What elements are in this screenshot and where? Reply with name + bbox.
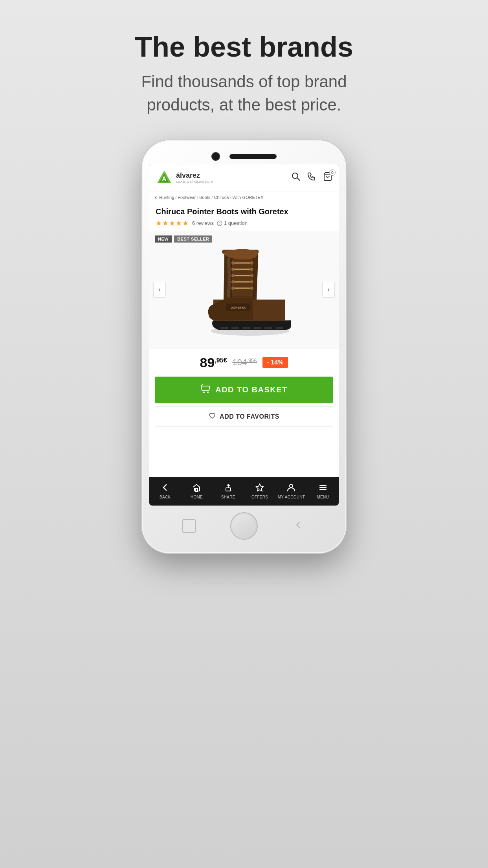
back-nav-icon <box>161 483 169 494</box>
product-image: GORETEX <box>189 239 299 341</box>
share-nav-icon <box>224 483 233 494</box>
svg-rect-11 <box>242 327 250 329</box>
add-basket-label: ADD TO BASKET <box>215 385 288 394</box>
product-title: Chiruca Pointer Boots with Goretex <box>149 203 339 218</box>
breadcrumb-hunting[interactable]: Hunting <box>159 195 174 200</box>
svg-point-24 <box>231 274 235 277</box>
breadcrumb-footwear[interactable]: Footwear <box>178 195 196 200</box>
badge-bestseller: BEST SELLER <box>174 235 212 243</box>
badge-row: NEW BEST SELLER <box>155 235 212 243</box>
add-to-basket-button[interactable]: ADD TO BASKET <box>155 377 333 403</box>
nav-account[interactable]: MY ACCOUNT <box>275 477 307 506</box>
phone-top-bar <box>149 152 339 161</box>
svg-point-22 <box>231 268 235 271</box>
brand-name: álvarez sports and leisure store <box>176 171 213 184</box>
phone-recent-apps-button[interactable] <box>182 519 196 533</box>
svg-rect-12 <box>253 327 261 329</box>
nav-menu-label: MENU <box>317 495 329 499</box>
heart-icon <box>209 412 216 421</box>
carousel-next-button[interactable]: › <box>322 282 335 298</box>
svg-point-33 <box>207 392 209 393</box>
menu-nav-icon <box>319 483 327 494</box>
svg-marker-36 <box>256 484 263 491</box>
nav-share-label: SHARE <box>221 495 235 499</box>
product-section: Chiruca Pointer Boots with Goretex ★★★★★… <box>149 203 339 477</box>
svg-rect-13 <box>264 327 272 329</box>
basket-icon <box>200 384 211 396</box>
question-count: ? 1 question <box>217 220 248 226</box>
svg-point-29 <box>250 287 253 290</box>
svg-point-25 <box>250 274 253 277</box>
review-count[interactable]: 6 reviews <box>192 220 214 226</box>
header-icons: 0 <box>292 172 332 183</box>
breadcrumb-boots[interactable]: Boots <box>199 195 210 200</box>
add-favorites-label: ADD TO FAVORITS <box>220 413 279 420</box>
phone-back-button[interactable] <box>292 519 306 533</box>
add-to-favorites-button[interactable]: ADD TO FAVORITS <box>155 406 333 427</box>
phone-bottom-hardware <box>149 506 339 548</box>
search-icon[interactable] <box>292 172 300 183</box>
svg-point-20 <box>231 261 235 265</box>
svg-rect-10 <box>231 327 239 329</box>
phone-camera <box>211 152 220 161</box>
brand-logo-icon: A <box>156 169 173 186</box>
hero-subtitle: Find thousands of top brandproducts, at … <box>135 70 353 117</box>
product-rating: ★★★★★ 6 reviews ? 1 question <box>149 218 339 231</box>
price-area: 89,95€ 104,95€ - 14% <box>149 349 339 377</box>
cart-count: 0 <box>329 169 336 176</box>
svg-text:A: A <box>162 176 167 182</box>
svg-point-26 <box>231 280 235 283</box>
nav-offers-label: OFFERS <box>251 495 268 499</box>
breadcrumb: ‹ Hunting / Footwear / Boots / Chiruca /… <box>149 191 339 203</box>
svg-point-28 <box>231 287 235 290</box>
bottom-nav: BACK HOME SHARE OFFERS <box>149 477 339 506</box>
svg-text:?: ? <box>218 222 220 226</box>
svg-point-32 <box>203 392 205 393</box>
svg-point-23 <box>250 268 253 271</box>
svg-point-21 <box>250 261 253 265</box>
nav-home-label: HOME <box>191 495 203 499</box>
nav-home[interactable]: HOME <box>181 477 212 506</box>
cart-icon[interactable]: 0 <box>323 172 332 183</box>
svg-rect-14 <box>275 327 283 329</box>
nav-share[interactable]: SHARE <box>213 477 244 506</box>
price-original: 104,95€ <box>233 357 257 368</box>
hero-section: The best brands Find thousands of top br… <box>135 31 353 117</box>
phone-screen: A álvarez sports and leisure store <box>149 164 339 506</box>
svg-rect-9 <box>220 327 228 329</box>
star-rating: ★★★★★ <box>156 219 189 228</box>
breadcrumb-goretex[interactable]: With GORETEX <box>232 195 263 200</box>
svg-line-4 <box>297 178 300 181</box>
hero-title: The best brands <box>135 31 353 63</box>
app-header: A álvarez sports and leisure store <box>149 164 339 191</box>
cta-area: ADD TO BASKET ADD TO FAVORITS <box>149 377 339 430</box>
product-image-area: NEW BEST SELLER ‹ <box>149 231 339 349</box>
badge-new: NEW <box>155 235 172 243</box>
phone-home-button[interactable] <box>230 512 258 540</box>
carousel-prev-button[interactable]: ‹ <box>153 282 166 298</box>
back-arrow-icon[interactable]: ‹ <box>155 194 157 201</box>
account-nav-icon <box>287 483 295 494</box>
discount-badge: - 14% <box>262 357 288 368</box>
svg-point-37 <box>290 484 293 487</box>
offers-nav-icon <box>255 483 264 494</box>
nav-account-label: MY ACCOUNT <box>278 495 305 499</box>
home-nav-icon <box>192 483 201 494</box>
price-current: 89,95€ <box>200 355 227 370</box>
phone-mockup: A álvarez sports and leisure store <box>142 140 346 553</box>
phone-icon[interactable] <box>307 172 316 183</box>
nav-back-label: BACK <box>160 495 171 499</box>
svg-text:GORETEX: GORETEX <box>230 306 246 309</box>
nav-back[interactable]: BACK <box>149 477 181 506</box>
svg-rect-35 <box>226 488 231 491</box>
phone-speaker <box>229 154 277 159</box>
logo-area: A álvarez sports and leisure store <box>156 169 213 186</box>
nav-offers[interactable]: OFFERS <box>244 477 275 506</box>
svg-point-27 <box>250 280 253 283</box>
nav-menu[interactable]: MENU <box>307 477 339 506</box>
breadcrumb-chiruca[interactable]: Chiruca <box>214 195 229 200</box>
